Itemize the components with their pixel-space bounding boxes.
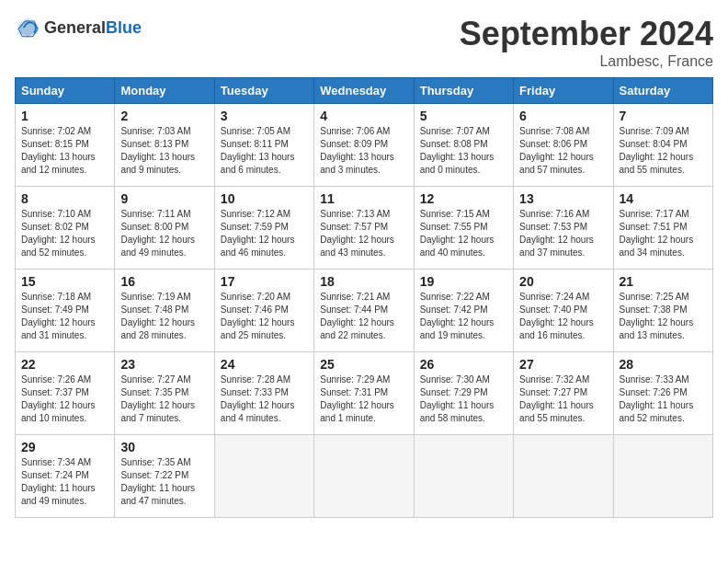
weekday-header-row: SundayMondayTuesdayWednesdayThursdayFrid…	[16, 78, 713, 104]
calendar-cell: 27Sunrise: 7:32 AMSunset: 7:27 PMDayligh…	[514, 352, 613, 435]
weekday-header-sunday: Sunday	[16, 78, 115, 104]
day-number: 14	[620, 191, 707, 206]
day-detail: Sunrise: 7:25 AMSunset: 7:38 PMDaylight:…	[620, 292, 694, 340]
day-detail: Sunrise: 7:08 AMSunset: 8:06 PMDaylight:…	[519, 126, 594, 175]
day-detail: Sunrise: 7:33 AMSunset: 7:26 PMDaylight:…	[620, 374, 694, 423]
location-subtitle: Lambesc, France	[460, 53, 713, 70]
calendar-cell: 18Sunrise: 7:21 AMSunset: 7:44 PMDayligh…	[314, 270, 414, 352]
calendar-cell: 21Sunrise: 7:25 AMSunset: 7:38 PMDayligh…	[613, 270, 712, 352]
calendar-cell: 12Sunrise: 7:15 AMSunset: 7:55 PMDayligh…	[414, 187, 513, 270]
calendar-week-5: 29Sunrise: 7:34 AMSunset: 7:24 PMDayligh…	[16, 435, 713, 518]
day-detail: Sunrise: 7:21 AMSunset: 7:44 PMDaylight:…	[320, 292, 394, 340]
day-detail: Sunrise: 7:29 AMSunset: 7:31 PMDaylight:…	[320, 374, 394, 423]
calendar-cell: 3Sunrise: 7:05 AMSunset: 8:11 PMDaylight…	[214, 104, 313, 187]
day-number: 10	[221, 191, 308, 206]
calendar-cell: 23Sunrise: 7:27 AMSunset: 7:35 PMDayligh…	[115, 352, 214, 435]
day-detail: Sunrise: 7:18 AMSunset: 7:49 PMDaylight:…	[21, 292, 96, 340]
day-number: 15	[21, 274, 108, 289]
calendar-cell: 10Sunrise: 7:12 AMSunset: 7:59 PMDayligh…	[214, 187, 313, 270]
day-detail: Sunrise: 7:13 AMSunset: 7:57 PMDaylight:…	[320, 209, 394, 258]
day-number: 19	[420, 274, 507, 289]
day-detail: Sunrise: 7:02 AMSunset: 8:15 PMDaylight:…	[21, 126, 96, 175]
day-detail: Sunrise: 7:26 AMSunset: 7:37 PMDaylight:…	[21, 374, 96, 423]
calendar-cell: 8Sunrise: 7:10 AMSunset: 8:02 PMDaylight…	[16, 187, 115, 270]
calendar-cell: 14Sunrise: 7:17 AMSunset: 7:51 PMDayligh…	[613, 187, 712, 270]
day-detail: Sunrise: 7:35 AMSunset: 7:22 PMDaylight:…	[120, 457, 195, 506]
day-detail: Sunrise: 7:17 AMSunset: 7:51 PMDaylight:…	[620, 209, 694, 258]
day-number: 11	[320, 191, 407, 206]
weekday-header-tuesday: Tuesday	[214, 78, 313, 104]
calendar-cell: 30Sunrise: 7:35 AMSunset: 7:22 PMDayligh…	[115, 435, 214, 518]
calendar-cell: 9Sunrise: 7:11 AMSunset: 8:00 PMDaylight…	[115, 187, 214, 270]
day-detail: Sunrise: 7:12 AMSunset: 7:59 PMDaylight:…	[221, 209, 295, 258]
calendar-cell: 13Sunrise: 7:16 AMSunset: 7:53 PMDayligh…	[514, 187, 613, 270]
day-number: 20	[519, 274, 607, 289]
day-detail: Sunrise: 7:19 AMSunset: 7:48 PMDaylight:…	[120, 292, 195, 340]
day-number: 28	[620, 357, 707, 372]
calendar-cell	[613, 435, 712, 518]
month-year-title: September 2024	[460, 15, 713, 53]
day-number: 1	[21, 109, 108, 123]
day-number: 5	[420, 109, 507, 123]
calendar-cell: 1Sunrise: 7:02 AMSunset: 8:15 PMDaylight…	[16, 104, 115, 187]
calendar-week-1: 1Sunrise: 7:02 AMSunset: 8:15 PMDaylight…	[16, 104, 713, 187]
weekday-header-monday: Monday	[115, 78, 214, 104]
logo-wordmark: GeneralBlue	[44, 18, 142, 38]
header: GeneralBlue September 2024 Lambesc, Fran…	[15, 15, 713, 70]
day-detail: Sunrise: 7:03 AMSunset: 8:13 PMDaylight:…	[120, 126, 195, 175]
day-number: 9	[120, 191, 208, 206]
calendar-cell: 17Sunrise: 7:20 AMSunset: 7:46 PMDayligh…	[214, 270, 313, 352]
day-number: 30	[120, 440, 208, 454]
calendar-cell	[414, 435, 513, 518]
calendar-week-4: 22Sunrise: 7:26 AMSunset: 7:37 PMDayligh…	[16, 352, 713, 435]
calendar-cell: 15Sunrise: 7:18 AMSunset: 7:49 PMDayligh…	[16, 270, 115, 352]
weekday-header-saturday: Saturday	[613, 78, 712, 104]
day-number: 6	[519, 109, 607, 123]
calendar-cell: 20Sunrise: 7:24 AMSunset: 7:40 PMDayligh…	[514, 270, 613, 352]
day-number: 8	[21, 191, 108, 206]
calendar-cell: 29Sunrise: 7:34 AMSunset: 7:24 PMDayligh…	[16, 435, 115, 518]
day-number: 4	[320, 109, 407, 123]
weekday-header-wednesday: Wednesday	[314, 78, 414, 104]
calendar-week-3: 15Sunrise: 7:18 AMSunset: 7:49 PMDayligh…	[16, 270, 713, 352]
day-number: 24	[221, 357, 308, 372]
calendar-cell: 26Sunrise: 7:30 AMSunset: 7:29 PMDayligh…	[414, 352, 513, 435]
day-detail: Sunrise: 7:16 AMSunset: 7:53 PMDaylight:…	[519, 209, 594, 258]
day-detail: Sunrise: 7:06 AMSunset: 8:09 PMDaylight:…	[320, 126, 394, 175]
calendar-week-2: 8Sunrise: 7:10 AMSunset: 8:02 PMDaylight…	[16, 187, 713, 270]
calendar-cell: 11Sunrise: 7:13 AMSunset: 7:57 PMDayligh…	[314, 187, 414, 270]
day-number: 27	[519, 357, 607, 372]
title-area: September 2024 Lambesc, France	[460, 15, 713, 70]
day-detail: Sunrise: 7:22 AMSunset: 7:42 PMDaylight:…	[420, 292, 495, 340]
day-detail: Sunrise: 7:24 AMSunset: 7:40 PMDaylight:…	[519, 292, 594, 340]
calendar-cell: 25Sunrise: 7:29 AMSunset: 7:31 PMDayligh…	[314, 352, 414, 435]
calendar-cell	[314, 435, 414, 518]
day-number: 2	[120, 109, 208, 123]
day-number: 12	[420, 191, 507, 206]
day-number: 23	[120, 357, 208, 372]
day-number: 21	[620, 274, 707, 289]
logo-icon	[15, 15, 40, 40]
day-number: 3	[221, 109, 308, 123]
day-number: 22	[21, 357, 108, 372]
calendar-cell: 22Sunrise: 7:26 AMSunset: 7:37 PMDayligh…	[16, 352, 115, 435]
calendar-cell: 16Sunrise: 7:19 AMSunset: 7:48 PMDayligh…	[115, 270, 214, 352]
day-detail: Sunrise: 7:11 AMSunset: 8:00 PMDaylight:…	[120, 209, 195, 258]
day-detail: Sunrise: 7:34 AMSunset: 7:24 PMDaylight:…	[21, 457, 96, 506]
day-detail: Sunrise: 7:09 AMSunset: 8:04 PMDaylight:…	[620, 126, 694, 175]
day-detail: Sunrise: 7:27 AMSunset: 7:35 PMDaylight:…	[120, 374, 195, 423]
calendar-cell: 4Sunrise: 7:06 AMSunset: 8:09 PMDaylight…	[314, 104, 414, 187]
calendar-cell: 24Sunrise: 7:28 AMSunset: 7:33 PMDayligh…	[214, 352, 313, 435]
calendar-cell: 5Sunrise: 7:07 AMSunset: 8:08 PMDaylight…	[414, 104, 513, 187]
weekday-header-friday: Friday	[514, 78, 613, 104]
day-number: 26	[420, 357, 507, 372]
day-detail: Sunrise: 7:20 AMSunset: 7:46 PMDaylight:…	[221, 292, 295, 340]
day-detail: Sunrise: 7:28 AMSunset: 7:33 PMDaylight:…	[221, 374, 295, 423]
calendar-cell	[514, 435, 613, 518]
day-detail: Sunrise: 7:30 AMSunset: 7:29 PMDaylight:…	[420, 374, 495, 423]
calendar-cell: 19Sunrise: 7:22 AMSunset: 7:42 PMDayligh…	[414, 270, 513, 352]
day-number: 25	[320, 357, 407, 372]
day-detail: Sunrise: 7:07 AMSunset: 8:08 PMDaylight:…	[420, 126, 495, 175]
logo: GeneralBlue	[15, 15, 142, 40]
day-number: 18	[320, 274, 407, 289]
